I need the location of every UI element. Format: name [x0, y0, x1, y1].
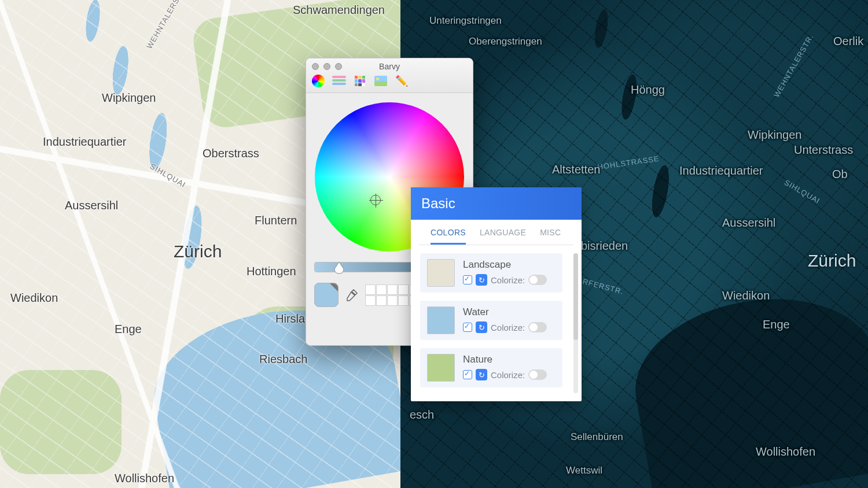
color-item: Landscape↻Colorize:	[420, 253, 562, 293]
tab-misc[interactable]: MISC	[540, 228, 561, 245]
colorize-toggle[interactable]	[528, 322, 547, 332]
titlebar[interactable]: Barvy ✏️	[306, 58, 473, 93]
color-swatch[interactable]	[427, 259, 455, 287]
colorize-label: Colorize:	[491, 370, 525, 380]
tab-colors[interactable]: COLORS	[431, 228, 466, 245]
pencils-mode-icon[interactable]: ✏️	[394, 75, 409, 87]
color-wheel-cursor[interactable]	[370, 195, 381, 205]
window-controls	[312, 63, 342, 70]
color-wheel-mode-icon[interactable]	[311, 75, 326, 87]
close-icon[interactable]	[312, 63, 319, 70]
style-panel: Basic COLORS LANGUAGE MISC Landscape↻Col…	[411, 187, 582, 401]
current-color-swatch[interactable]	[314, 283, 339, 307]
panel-title: Basic	[411, 187, 582, 220]
reset-button[interactable]: ↻	[476, 369, 487, 380]
picker-mode-toolbar: ✏️	[311, 75, 409, 87]
color-items-list: Landscape↻Colorize:Water↻Colorize:Nature…	[411, 245, 582, 401]
color-palette-mode-icon[interactable]	[352, 75, 367, 87]
color-item-title: Landscape	[463, 259, 556, 271]
color-item-title: Water	[463, 306, 556, 318]
reset-button[interactable]: ↻	[476, 321, 487, 333]
eyedropper-icon[interactable]	[345, 289, 358, 301]
zoom-icon[interactable]	[335, 63, 342, 70]
panel-tabs: COLORS LANGUAGE MISC	[419, 220, 573, 245]
colorize-toggle[interactable]	[528, 275, 547, 285]
color-swatch[interactable]	[427, 354, 455, 382]
image-palette-mode-icon[interactable]	[373, 75, 388, 87]
color-swatch[interactable]	[427, 306, 455, 334]
tab-language[interactable]: LANGUAGE	[480, 228, 526, 245]
colorize-toggle[interactable]	[528, 369, 547, 380]
reset-button[interactable]: ↻	[476, 274, 487, 286]
color-item: Nature↻Colorize:	[420, 348, 562, 387]
color-item: Water↻Colorize:	[420, 301, 562, 340]
colorize-label: Colorize:	[491, 275, 525, 285]
enable-checkbox[interactable]	[463, 323, 472, 332]
enable-checkbox[interactable]	[463, 370, 472, 379]
color-item-title: Nature	[463, 354, 556, 365]
brightness-thumb[interactable]	[333, 261, 345, 275]
colorize-label: Colorize:	[491, 323, 525, 332]
enable-checkbox[interactable]	[463, 275, 472, 284]
scrollbar-thumb[interactable]	[573, 253, 578, 340]
minimize-icon[interactable]	[323, 63, 330, 70]
color-sliders-mode-icon[interactable]	[332, 75, 347, 87]
